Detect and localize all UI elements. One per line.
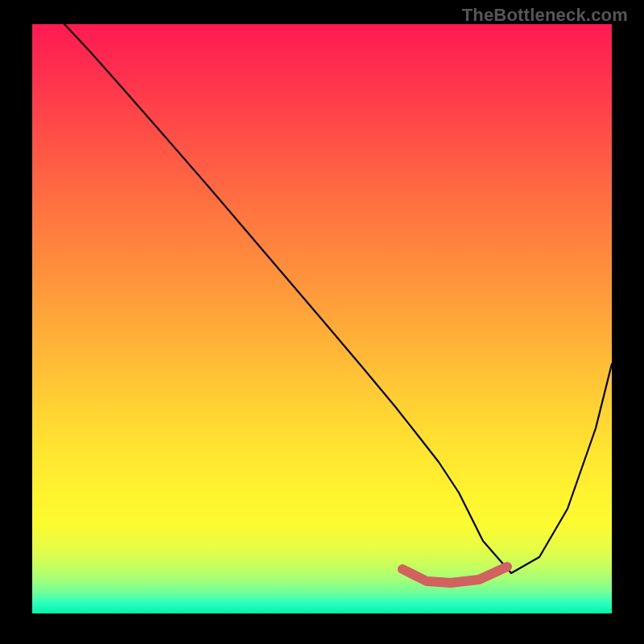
- watermark-text: TheBottleneck.com: [462, 5, 628, 26]
- bottleneck-curve: [64, 24, 612, 573]
- plot-area: [32, 24, 612, 613]
- curve-layer: [32, 24, 612, 613]
- chart-frame: TheBottleneck.com: [0, 0, 644, 644]
- optimal-range-highlight: [402, 567, 507, 583]
